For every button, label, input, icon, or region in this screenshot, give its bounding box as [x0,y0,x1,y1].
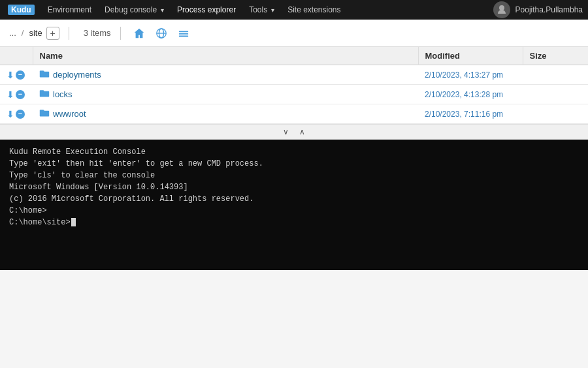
nav-process-explorer[interactable]: Process explorer [171,0,242,20]
console-line: Kudu Remote Execution Console [9,146,579,158]
splitter-up-button[interactable]: ∧ [297,127,308,136]
modified-text: 2/10/2023, 4:13:27 pm [425,70,503,80]
console-line: Type 'exit' then hit 'enter' to get a ne… [9,158,579,170]
row-modified: 2/10/2023, 4:13:28 pm [418,85,523,104]
stack-icon-button[interactable] [174,26,193,40]
modified-text: 2/10/2023, 4:13:28 pm [425,90,503,99]
col-header-modified[interactable]: Modified [418,47,523,65]
debug-console-dropdown-icon: ▾ [161,7,164,14]
avatar [493,1,510,18]
table-row: ⬇ − locks 2/10/2023, 4:13:28 pm [0,85,588,104]
row-name: locks [33,85,418,104]
row-actions: ⬇ − [0,104,33,124]
folder-icon [39,89,50,100]
nav-tools[interactable]: Tools ▾ [242,0,281,20]
folder-name-text: deployments [53,70,101,80]
console-prompt: C:\home\site> [9,217,579,228]
delete-icon[interactable]: − [16,90,25,99]
console-line: Microsoft Windows [Version 10.0.14393] [9,181,579,193]
console-line: Type 'cls' to clear the console [9,170,579,181]
breadcrumb-current: site [29,28,42,38]
row-modified: 2/10/2023, 4:13:27 pm [418,65,523,85]
console-line: (c) 2016 Microsoft Corporation. All righ… [9,193,579,205]
table-row: ⬇ − deployments 2/10/2023, 4:13:27 pm [0,65,588,85]
navbar: Kudu Environment Debug console ▾ Process… [0,0,588,20]
download-icon[interactable]: ⬇ [7,70,14,80]
folder-name-text: locks [53,89,73,99]
nav-user: Poojitha.Pullambha [493,1,583,18]
console-line: C:\home> [9,205,579,217]
row-size [523,104,588,124]
folder-link[interactable]: locks [39,89,412,100]
row-name: wwwroot [33,104,418,124]
row-size [523,85,588,104]
add-button[interactable]: + [46,27,59,40]
toolbar-divider [69,27,69,40]
file-toolbar: ... / site + 3 items [0,20,588,47]
item-count: 3 items [84,28,111,38]
col-header-name[interactable]: Name [33,47,418,65]
splitter[interactable]: ∨ ∧ [0,124,588,140]
username: Poojitha.Pullambha [515,5,583,14]
row-modified: 2/10/2023, 7:11:16 pm [418,104,523,124]
table-row: ⬇ − wwwroot 2/10/2023, 7:11:16 pm [0,104,588,124]
download-icon[interactable]: ⬇ [7,109,14,119]
breadcrumb-separator: / [22,28,24,38]
folder-link[interactable]: deployments [39,69,412,80]
delete-icon[interactable]: − [16,110,25,119]
file-table: Name Modified Size ⬇ − deployments 2/10/… [0,47,588,124]
folder-icon [39,69,50,80]
col-header-size[interactable]: Size [523,47,588,65]
brand: Kudu [5,5,41,15]
home-icon-button[interactable] [130,26,148,40]
folder-name-text: wwwroot [53,109,86,119]
folder-link[interactable]: wwwroot [39,108,412,119]
tools-dropdown-icon: ▾ [271,7,274,14]
row-actions: ⬇ − [0,65,33,85]
col-header-actions [0,47,33,65]
nav-debug-console[interactable]: Debug console ▾ [98,0,171,20]
row-name: deployments [33,65,418,85]
nav-site-extensions[interactable]: Site extensions [281,0,347,20]
console[interactable]: Kudu Remote Execution ConsoleType 'exit'… [0,140,588,270]
nav-environment[interactable]: Environment [41,0,98,20]
console-cursor [71,218,76,226]
svg-rect-6 [178,31,188,32]
delete-icon[interactable]: − [16,70,25,80]
kudu-logo: Kudu [8,5,35,15]
svg-rect-4 [178,35,188,37]
folder-icon [39,108,50,119]
row-size [523,65,588,85]
toolbar-divider-2 [120,27,121,40]
row-actions: ⬇ − [0,85,33,104]
modified-text: 2/10/2023, 7:11:16 pm [425,110,503,119]
svg-rect-5 [178,33,188,35]
table-header-row: Name Modified Size [0,47,588,65]
file-table-container: Name Modified Size ⬇ − deployments 2/10/… [0,47,588,124]
splitter-down-button[interactable]: ∨ [280,127,291,136]
download-icon[interactable]: ⬇ [7,89,14,100]
svg-point-0 [499,5,504,10]
globe-icon-button[interactable] [152,26,171,40]
breadcrumb-parent[interactable]: ... [9,28,16,38]
